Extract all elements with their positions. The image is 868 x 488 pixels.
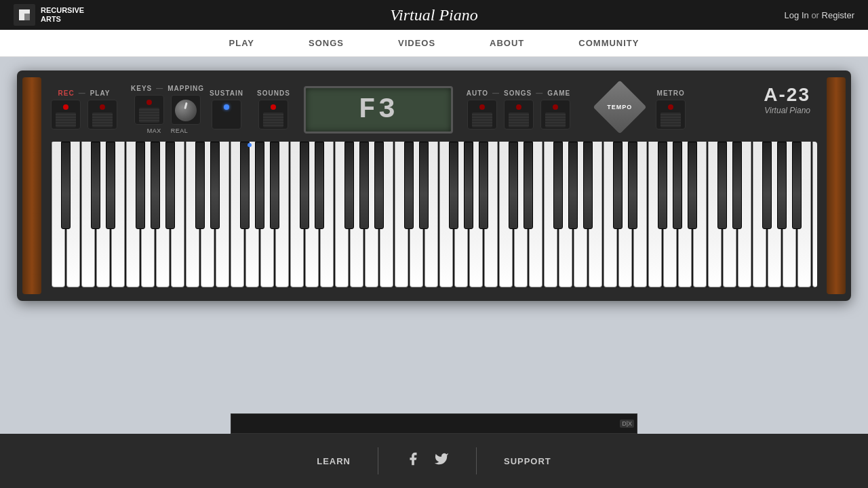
tempo-label: TEMPO [608, 103, 633, 110]
keys-mapping-group: KEYS — MAPPING MAX REAL [131, 85, 204, 134]
footer: LEARN SUPPORT [0, 434, 868, 488]
black-key[interactable] [300, 142, 309, 229]
sounds-label: SOUNDS [257, 89, 290, 97]
play-grip [92, 113, 113, 127]
footer-learn-section: LEARN [290, 456, 378, 466]
black-key[interactable] [717, 142, 727, 229]
model-label: A-23 Virtual Piano [764, 84, 810, 115]
black-key[interactable] [61, 142, 71, 229]
login-link[interactable]: Log In [785, 10, 809, 20]
black-key[interactable] [628, 142, 637, 229]
auth-area: Log In or Register [785, 10, 854, 20]
game-grip [545, 113, 566, 127]
sounds-led [271, 104, 276, 110]
black-key[interactable] [270, 142, 279, 229]
auto-button[interactable] [467, 100, 497, 129]
display-note: F3 [359, 94, 398, 126]
white-key[interactable] [812, 142, 817, 287]
songs-button[interactable] [504, 100, 534, 129]
black-key[interactable] [509, 142, 518, 229]
black-key[interactable] [255, 142, 264, 229]
twitter-icon[interactable] [434, 451, 449, 470]
songs-ctrl-label: SONGS [504, 89, 532, 97]
footer-support-section: SUPPORT [477, 456, 578, 466]
black-key[interactable] [553, 142, 563, 229]
black-key[interactable] [464, 142, 473, 229]
auto-grip [472, 113, 492, 127]
black-key[interactable] [449, 142, 458, 229]
logo-icon [14, 4, 35, 26]
play-label: PLAY [90, 89, 111, 97]
black-key[interactable] [165, 142, 175, 229]
black-key[interactable] [613, 142, 623, 229]
game-led [553, 104, 558, 110]
sounds-grip [263, 113, 283, 127]
nav-videos[interactable]: VIDEOS [398, 31, 435, 55]
black-key[interactable] [106, 142, 115, 229]
rec-play-group: REC — PLAY [51, 89, 117, 129]
black-key[interactable] [344, 142, 354, 229]
auto-led [479, 104, 485, 110]
rec-grip [56, 113, 76, 127]
black-key[interactable] [688, 142, 697, 229]
header: RECURSIVE ARTS Virtual Piano Log In or R… [0, 0, 868, 30]
black-key[interactable] [404, 142, 414, 229]
black-key[interactable] [374, 142, 384, 229]
black-key[interactable] [195, 142, 205, 229]
black-key[interactable] [419, 142, 429, 229]
game-button[interactable] [540, 100, 570, 129]
logo-area[interactable]: RECURSIVE ARTS [14, 4, 84, 26]
auth-or: or [811, 10, 819, 20]
black-key[interactable] [568, 142, 578, 229]
site-title: Virtual Piano [390, 6, 478, 24]
play-led [100, 104, 105, 110]
piano-container: REC — PLAY KEYS [17, 70, 851, 301]
mapping-knob[interactable] [175, 100, 197, 121]
nav-songs[interactable]: SONGS [309, 31, 344, 55]
black-key[interactable] [479, 142, 488, 229]
metro-button[interactable] [656, 100, 686, 129]
rec-button[interactable] [51, 100, 81, 129]
register-link[interactable]: Register [822, 10, 854, 20]
main: REC — PLAY KEYS [0, 57, 868, 314]
black-key[interactable] [777, 142, 787, 229]
black-key[interactable] [792, 142, 802, 229]
black-key[interactable] [762, 142, 772, 229]
sustain-led [224, 104, 229, 110]
model-name: Virtual Piano [764, 106, 810, 115]
black-key[interactable] [658, 142, 667, 229]
support-link[interactable]: SUPPORT [504, 456, 551, 466]
keys-button[interactable] [134, 95, 164, 125]
keys-label: KEYS [131, 85, 152, 92]
mapping-knob-btn[interactable] [171, 95, 201, 125]
nav-community[interactable]: COMMUNITY [578, 31, 639, 55]
nav: PLAY SONGS VIDEOS ABOUT COMMUNITY [0, 30, 868, 57]
game-label: GAME [547, 89, 570, 97]
songs-led [516, 104, 521, 110]
model-number: A-23 [764, 84, 810, 106]
black-key[interactable] [136, 142, 145, 229]
facebook-icon[interactable] [406, 451, 420, 470]
rec-label: REC [58, 89, 75, 97]
black-key[interactable] [210, 142, 220, 229]
black-key[interactable] [524, 142, 533, 229]
black-key[interactable] [583, 142, 593, 229]
black-key[interactable] [91, 142, 100, 229]
black-key[interactable] [151, 142, 160, 229]
sustain-button[interactable] [212, 100, 241, 129]
black-key[interactable] [315, 142, 324, 229]
black-key[interactable] [240, 142, 250, 229]
max-label: MAX [147, 127, 161, 134]
learn-link[interactable]: LEARN [317, 456, 351, 466]
sounds-button[interactable] [258, 100, 288, 129]
keys-led [146, 100, 152, 105]
auto-songs-game-group: AUTO — SONGS — GAME [467, 89, 570, 129]
tempo-button[interactable]: TEMPO [593, 80, 647, 134]
nav-play[interactable]: PLAY [229, 31, 254, 55]
black-key[interactable] [732, 142, 742, 229]
play-button[interactable] [87, 100, 117, 129]
ad-badge: D|X [620, 420, 634, 428]
nav-about[interactable]: ABOUT [490, 31, 524, 55]
black-key[interactable] [673, 142, 682, 229]
black-key[interactable] [359, 142, 369, 229]
